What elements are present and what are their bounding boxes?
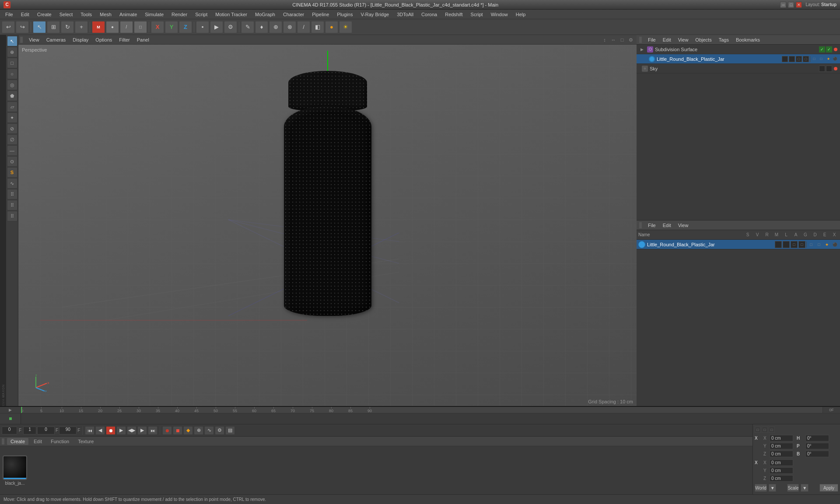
model-mode-btn[interactable]: M (92, 21, 105, 33)
play-btn[interactable]: ▶ (116, 426, 126, 435)
menu-help[interactable]: Help (512, 11, 529, 18)
prev-frame-btn[interactable]: ◀ (95, 426, 105, 435)
jar-icon1[interactable]: □ (811, 56, 817, 62)
scale-x-input[interactable]: 0 cm (770, 459, 793, 466)
jar-ctrl1[interactable] (782, 56, 788, 62)
y-axis-btn[interactable]: Y (165, 21, 178, 33)
filter-menu[interactable]: Filter (116, 36, 132, 43)
am-ctrl4[interactable]: □ (798, 241, 805, 248)
vp-icon-4[interactable]: ⚙ (627, 36, 635, 44)
vp-icon-2[interactable]: ↔ (609, 36, 617, 44)
world-dropdown-btn[interactable]: ▼ (769, 484, 776, 492)
null-btn[interactable]: + (75, 21, 88, 33)
mat-drag-handle[interactable] (2, 438, 4, 444)
goto-end-btn[interactable]: ⏭ (148, 426, 158, 435)
options-menu[interactable]: Options (93, 36, 115, 43)
tool-poly[interactable]: ◎ (7, 80, 18, 90)
autokey-btn[interactable]: ⊕ (194, 426, 203, 435)
knife-btn[interactable]: / (297, 21, 310, 33)
record-keys-btn[interactable]: ⏺ (162, 426, 172, 435)
coord-p-input[interactable]: 0° (805, 443, 829, 449)
am-ctrl7[interactable]: ★ (823, 241, 830, 248)
panel-menu[interactable]: Panel (134, 36, 152, 43)
stop-btn[interactable]: ⏹ (173, 426, 182, 435)
undo-btn[interactable]: ↩ (2, 21, 15, 33)
am-edit-menu[interactable]: Edit (661, 222, 673, 228)
menu-animate[interactable]: Animate (116, 11, 140, 18)
om-bookmarks-menu[interactable]: Bookmarks (734, 37, 762, 43)
am-view-menu[interactable]: View (676, 222, 690, 228)
playback-end[interactable]: 90 (59, 427, 77, 434)
tool-move[interactable]: ⊕ (7, 47, 18, 57)
sky-ctrl2[interactable] (826, 66, 832, 72)
light-btn[interactable]: ☀ (339, 21, 352, 33)
om-row-sky[interactable]: ○ Sky (637, 64, 840, 74)
mat-swatch-container[interactable]: black_ja... (3, 455, 27, 486)
play-reverse-btn[interactable]: ◀▶ (127, 426, 136, 435)
jar-ctrl4[interactable]: □ (803, 56, 809, 62)
am-ctrl3[interactable]: □ (791, 241, 798, 248)
subdivision-expand-icon[interactable]: ▶ (638, 46, 645, 53)
coord-z-input[interactable]: 0 cm (770, 451, 793, 457)
tool-wave[interactable]: ∿ (7, 178, 18, 189)
jar-3d-object[interactable] (275, 71, 380, 316)
goto-start-btn[interactable]: ⏮ (85, 426, 94, 435)
minimize-btn[interactable]: ─ (780, 2, 786, 8)
coord-y-input[interactable]: 0 cm (770, 443, 793, 449)
tool-dots3[interactable]: ⠿ (7, 211, 18, 221)
sky-ctrl1[interactable] (819, 66, 825, 72)
coord-x-input[interactable]: 0 cm (770, 435, 793, 441)
motion-path-btn[interactable]: ∿ (204, 426, 214, 435)
menu-pipeline[interactable]: Pipeline (308, 11, 332, 18)
edge-mode-btn[interactable]: / (120, 21, 133, 33)
jar-ctrl3[interactable]: □ (796, 56, 802, 62)
view-menu[interactable]: View (26, 36, 42, 43)
viewport-drag-handle[interactable] (20, 37, 23, 43)
coords-icon1[interactable]: □ (755, 427, 761, 433)
rotate-tool-btn[interactable]: ↻ (61, 21, 74, 33)
menu-render[interactable]: Render (168, 11, 191, 18)
om-row-jar[interactable]: Little_Round_Black_Plastic_Jar □ □ □ □ ★… (637, 54, 840, 64)
menu-edit[interactable]: Edit (18, 11, 33, 18)
am-ctrl8[interactable]: ⚫ (831, 241, 838, 248)
om-tags-menu[interactable]: Tags (717, 37, 731, 43)
tool-circle[interactable]: ○ (7, 69, 18, 79)
menu-script2[interactable]: Script (467, 11, 486, 18)
frame-step-input[interactable]: 1 (23, 427, 36, 434)
menu-character[interactable]: Character (280, 11, 308, 18)
poly-mode-btn[interactable]: □ (134, 21, 147, 33)
scale-y-input[interactable]: 0 cm (770, 467, 793, 474)
settings-btn[interactable]: ⚙ (215, 426, 224, 435)
menu-mograph[interactable]: MoGraph (252, 11, 279, 18)
om-view-menu[interactable]: View (676, 37, 690, 43)
record-btn[interactable]: ⏺ (106, 426, 116, 435)
mat-tab-function[interactable]: Function (47, 438, 73, 445)
menu-create[interactable]: Create (34, 11, 55, 18)
x-axis-btn[interactable]: X (151, 21, 164, 33)
render-region-btn[interactable]: ▪ (196, 21, 209, 33)
am-ctrl6[interactable]: □ (816, 241, 822, 248)
menu-script[interactable]: Script (192, 11, 211, 18)
viewport-btn[interactable]: ◧ (311, 21, 324, 33)
om-file-menu[interactable]: File (646, 37, 658, 43)
move-tool-btn[interactable]: ↖ (33, 21, 46, 33)
mat-tab-texture[interactable]: Texture (74, 438, 97, 445)
menu-motion-tracker[interactable]: Motion Tracker (212, 11, 251, 18)
playback-start[interactable]: 0 (37, 427, 55, 434)
scale-dropdown-btn[interactable]: ▼ (801, 484, 808, 492)
am-drag-handle[interactable] (639, 222, 642, 228)
world-btn[interactable]: World (755, 484, 767, 492)
sub-vis-btn[interactable]: ✓ (819, 46, 825, 52)
menu-vray[interactable]: V-Ray Bridge (357, 11, 392, 18)
menu-select[interactable]: Select (56, 11, 77, 18)
om-edit-menu[interactable]: Edit (661, 37, 673, 43)
tool-line[interactable]: — (7, 145, 18, 156)
close-btn[interactable]: ✕ (796, 2, 802, 8)
mat-swatch-black-jar[interactable] (3, 455, 27, 480)
redo-btn[interactable]: ↪ (16, 21, 29, 33)
tool-box[interactable]: □ (7, 58, 18, 68)
render-btn[interactable]: ▶ (210, 21, 223, 33)
tool-bezier[interactable]: ▱ (7, 102, 18, 112)
vertex-mode-btn[interactable]: ● (106, 21, 119, 33)
render-settings-btn[interactable]: ⚙ (224, 21, 237, 33)
